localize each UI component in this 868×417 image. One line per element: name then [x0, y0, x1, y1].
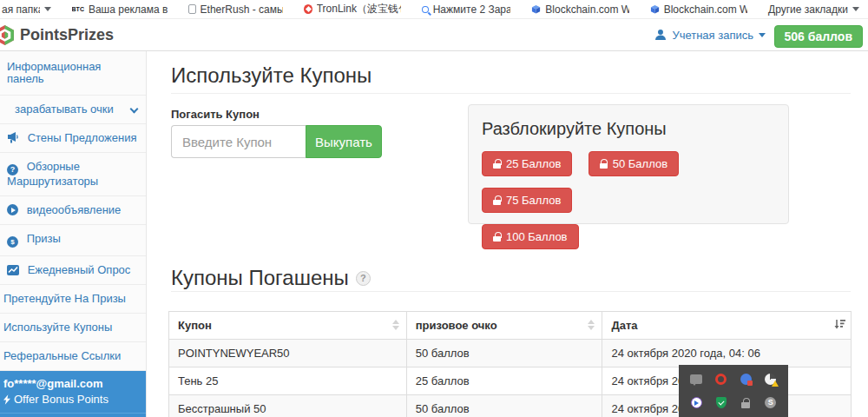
drive-app-icon[interactable]	[740, 374, 752, 385]
lock-icon	[493, 159, 501, 169]
column-header-date[interactable]: Дата	[602, 312, 852, 340]
btc-icon: BTC	[72, 6, 84, 12]
line-chart-icon	[7, 265, 19, 275]
sidebar-item-prizes[interactable]: Призы	[0, 225, 146, 256]
caret-down-icon	[44, 7, 51, 11]
bookmark-label: Ваша реклама в с	[89, 3, 168, 16]
bookmark-item[interactable]: Blockchain.com Wa	[650, 3, 747, 16]
blockchain-cube-icon	[531, 4, 541, 15]
bookmark-item[interactable]: Blockchain.com Wa	[531, 3, 628, 16]
bonus-notification[interactable]: fo*****@gmail.com Offer Bonus Points	[0, 371, 146, 414]
coupon-cell: POINTYNEWYEAR50	[169, 340, 407, 367]
sidebar-item-label: Информационная панель	[7, 60, 101, 85]
bonus-notification[interactable]: 90*****@qq.com Offer Bonus Points	[0, 414, 146, 417]
unlock-coupons-title: Разблокируйте Купоны	[482, 119, 775, 139]
site-header: PointsPrizes Учетная запись 506 баллов	[0, 19, 868, 51]
chevron-down-icon	[130, 105, 139, 114]
help-icon[interactable]: ?	[356, 271, 371, 286]
points-cell: 50 баллов	[406, 340, 602, 367]
magnifier-icon	[422, 6, 429, 13]
sort-icon	[392, 320, 399, 330]
bookmark-item[interactable]: Нажмите 2 Зараб	[422, 3, 510, 16]
system-tray-popup	[679, 365, 788, 417]
sidebar-item-label: зарабатывать очки	[15, 103, 114, 116]
sidebar-item-label: Обзорные Маршрутизаторы	[7, 160, 98, 188]
sidebar-item-daily-poll[interactable]: Ежедневный Опрос	[0, 256, 146, 285]
unlock-50-button[interactable]: 50 Баллов	[589, 151, 679, 176]
sidebar-item-referral-links[interactable]: Реферальные Ссылки	[0, 342, 146, 371]
lightning-bolt-icon	[3, 394, 10, 405]
sidebar: Информационная панель зарабатывать очки …	[0, 51, 146, 417]
redeemed-coupons-title: Купоны Погашены ?	[171, 266, 371, 290]
lock-icon	[600, 159, 608, 169]
skype-icon[interactable]	[765, 397, 776, 408]
lock-icon[interactable]	[741, 398, 750, 408]
megaphone-icon	[7, 132, 19, 143]
sidebar-item-label: Стены Предложения	[28, 131, 137, 144]
page-icon	[188, 4, 195, 14]
coupon-cell: Бесстрашный 50	[169, 395, 407, 417]
bookmark-label: Blockchain.com Wa	[664, 3, 747, 16]
unlock-coupons-panel: Разблокируйте Купоны 25 Баллов 50 Баллов…	[468, 104, 789, 224]
sidebar-item-use-coupons[interactable]: Используйте Купоны	[0, 314, 146, 342]
unlock-25-button[interactable]: 25 Баллов	[482, 151, 572, 176]
sidebar-item-label: Ежедневный Опрос	[28, 263, 131, 276]
bookmark-label: ая папка	[2, 3, 40, 16]
date-cell: 24 октября 2020 года, 04: 06	[602, 340, 852, 367]
dollar-circle-icon	[7, 236, 18, 248]
bookmarks-bar: ая папка BTC Ваша реклама в с EtherRush …	[0, 0, 868, 19]
caret-down-icon	[759, 33, 766, 37]
sidebar-item-earn-points[interactable]: зарабатывать очки	[0, 96, 146, 124]
sidebar-item-label: Претендуйте На Призы	[3, 292, 126, 305]
other-bookmarks-button[interactable]: Другие закладки	[768, 3, 859, 16]
notification-email: fo*****@gmail.com	[3, 377, 139, 390]
window-icon[interactable]	[690, 374, 702, 384]
blockchain-cube-icon	[650, 4, 660, 15]
bookmark-item[interactable]: EtherRush - самый	[188, 3, 282, 16]
column-header-points[interactable]: призовое очко	[406, 312, 602, 340]
opera-icon[interactable]	[715, 374, 727, 385]
points-cell: 50 баллов	[406, 395, 602, 417]
play-circle-icon	[7, 204, 18, 215]
table-row: POINTYNEWYEAR50 50 баллов 24 октября 202…	[169, 340, 852, 367]
coupon-cell: Тень 25	[169, 367, 407, 395]
bookmark-label: Нажмите 2 Зараб	[433, 3, 511, 16]
security-warning-icon[interactable]	[765, 374, 776, 385]
logo[interactable]: PointsPrizes	[0, 24, 114, 46]
bookmark-item[interactable]: BTC Ваша реклама в с	[72, 3, 168, 16]
unlock-100-button[interactable]: 100 Баллов	[482, 224, 579, 249]
sidebar-item-offer-walls[interactable]: Стены Предложения	[0, 124, 146, 153]
sidebar-item-survey-routers[interactable]: Обзорные Маршрутизаторы	[0, 153, 146, 196]
column-header-coupon[interactable]: Купон	[169, 312, 407, 340]
person-icon	[654, 29, 667, 41]
coupon-input-group: Выкупать	[171, 125, 382, 158]
sidebar-item-video-ads[interactable]: видеообъявление	[0, 196, 146, 225]
sidebar-item-dashboard[interactable]: Информационная панель	[0, 51, 146, 96]
account-label: Учетная запись	[672, 29, 753, 42]
sidebar-item-label: Используйте Купоны	[3, 321, 112, 334]
lock-icon	[493, 195, 501, 205]
sidebar-item-label: Призы	[27, 232, 61, 245]
sort-descending-icon	[834, 319, 845, 329]
bookmark-label: TronLink（波宝钱包	[317, 2, 402, 17]
table-header-row: Купон призовое очко Дата	[169, 312, 852, 340]
account-menu[interactable]: Учетная запись	[654, 19, 766, 50]
bookmark-label: EtherRush - самый	[201, 3, 283, 16]
coupon-input[interactable]	[171, 125, 306, 158]
antivirus-shield-icon[interactable]	[716, 397, 727, 408]
points-cell: 25 баллов	[406, 367, 602, 395]
unlock-75-button[interactable]: 75 Баллов	[482, 188, 572, 213]
redeem-button[interactable]: Выкупать	[306, 125, 382, 158]
bookmark-item[interactable]: TronLink（波宝钱包	[304, 2, 402, 17]
bookmark-folder[interactable]: ая папка	[2, 3, 51, 16]
page-title: Используйте Купоны	[171, 64, 868, 87]
points-balance-badge[interactable]: 506 баллов	[774, 25, 863, 48]
brand-name: PointsPrizes	[20, 26, 114, 44]
sidebar-item-label: Реферальные Ссылки	[3, 349, 121, 362]
main-content: Используйте Купоны Погасить Купон Выкупа…	[146, 51, 868, 417]
media-player-icon[interactable]	[691, 397, 702, 408]
sidebar-item-label: видеообъявление	[27, 203, 122, 216]
sort-icon	[588, 320, 595, 330]
sidebar-item-claim-prizes[interactable]: Претендуйте На Призы	[0, 285, 146, 314]
divider	[171, 291, 851, 292]
